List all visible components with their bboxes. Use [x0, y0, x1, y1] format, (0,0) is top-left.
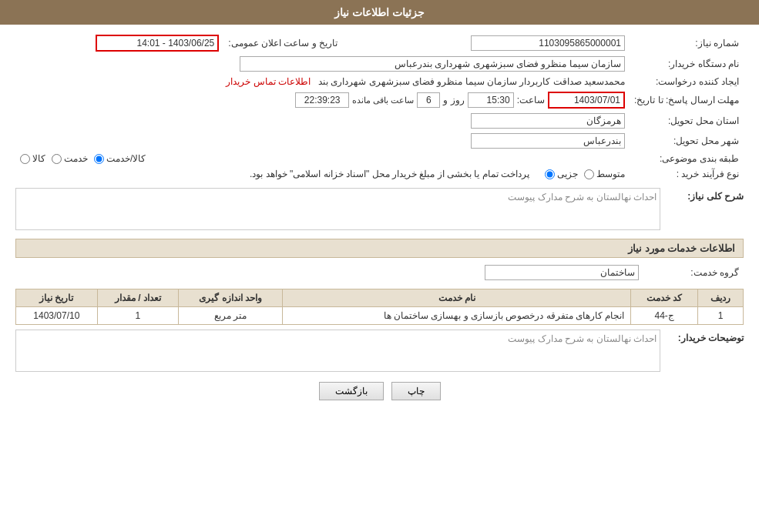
main-info-table: شماره نیاز: 1103095865000001 تاریخ و ساع… [15, 32, 744, 182]
category-radio-group: کالا/خدمت خدمت کالا [20, 153, 625, 164]
category-value: کالا/خدمت خدمت کالا [15, 151, 630, 166]
radio-kala-label: کالا [32, 153, 45, 164]
reply-time-label-text: ساعت: [517, 95, 545, 105]
reply-deadline-value: 1403/07/01 ساعت: 15:30 روز و 6 ساعت باقی… [15, 89, 630, 111]
page-title: جزئیات اطلاعات نیاز [334, 6, 425, 18]
contact-link[interactable]: اطلاعات تماس خریدار [226, 76, 311, 87]
purchase-type-label: نوع فرآیند خرید : [630, 166, 744, 182]
need-description-textarea[interactable] [15, 188, 660, 230]
radio-kala-khedmat-label: کالا/خدمت [106, 153, 146, 164]
delivery-city-label: شهر محل تحویل: [630, 131, 744, 151]
radio-item-mutawasit[interactable]: متوسط [584, 169, 625, 179]
cell-code: ج-44 [631, 307, 698, 325]
category-label: طبقه بندی موضوعی: [630, 151, 744, 166]
radio-item-kala-khedmat[interactable]: کالا/خدمت [94, 153, 146, 164]
radio-item-kala[interactable]: کالا [20, 153, 45, 164]
radio-kala-khedmat[interactable] [94, 154, 104, 164]
service-group-input: ساختمان [485, 265, 639, 280]
content-area: شماره نیاز: 1103095865000001 تاریخ و ساع… [0, 25, 759, 416]
service-group-table: گروه خدمت: ساختمان [15, 263, 744, 283]
button-row: چاپ بازگشت [15, 382, 744, 400]
buyer-notes-label: توضیحات خریدار: [667, 330, 744, 343]
services-section-title: اطلاعات خدمات مورد نیاز [15, 239, 744, 258]
row-reply-deadline: مهلت ارسال پاسخ: تا تاریخ: 1403/07/01 سا… [15, 89, 744, 111]
creator-label: ایجاد کننده درخواست: [630, 74, 744, 89]
col-quantity: تعداد / مقدار [97, 289, 179, 307]
row-need-number: شماره نیاز: 1103095865000001 تاریخ و ساع… [15, 32, 744, 54]
reply-days-input: 6 [417, 92, 440, 108]
page-wrapper: جزئیات اطلاعات نیاز شماره نیاز: 11030958… [0, 0, 759, 532]
buyer-org-value: سازمان سیما منظرو فضای سبزشهری شهرداری ب… [15, 54, 630, 74]
purchase-type-radio-group: متوسط جزیی [545, 169, 625, 179]
radio-khedmat-label: خدمت [64, 153, 88, 164]
reply-deadline-label: مهلت ارسال پاسخ: تا تاریخ: [630, 89, 744, 111]
radio-mutawasit-label: متوسط [596, 169, 625, 179]
row-purchase-type: نوع فرآیند خرید : متوسط جزیی [15, 166, 744, 182]
reply-time-input: 15:30 [468, 92, 514, 108]
reply-date-input: 1403/07/01 [548, 92, 625, 109]
radio-item-khedmat[interactable]: خدمت [52, 153, 88, 164]
creator-text: محمدسعید صداقت کاربردار سازمان سیما منظر… [318, 76, 625, 87]
purchase-note-text: پرداخت تمام یا بخشی از مبلغ خریدار محل "… [20, 169, 529, 179]
need-number-value: 1103095865000001 [373, 32, 630, 54]
services-table-body: 1 ج-44 انجام کارهای متفرقه درخصوص بازساز… [16, 307, 744, 325]
radio-kala[interactable] [20, 154, 30, 164]
buyer-org-label: نام دستگاه خریدار: [630, 54, 744, 74]
buyer-notes-textarea[interactable] [15, 330, 660, 372]
col-need-date: تاریخ نیاز [16, 289, 98, 307]
purchase-type-value: متوسط جزیی پرداخت تمام یا بخشی از مبلغ خ… [15, 166, 630, 182]
purchase-type-row: متوسط جزیی پرداخت تمام یا بخشی از مبلغ خ… [20, 169, 625, 179]
row-service-group: گروه خدمت: ساختمان [15, 263, 744, 283]
cell-unit: متر مربع [179, 307, 283, 325]
reply-remaining-time-input: 22:39:23 [295, 92, 349, 108]
table-row: 1 ج-44 انجام کارهای متفرقه درخصوص بازساز… [16, 307, 744, 325]
reply-day-label-text: روز و [443, 95, 464, 105]
radio-jozi[interactable] [545, 169, 555, 179]
delivery-province-value: هرمزگان [15, 111, 630, 131]
radio-jozi-label: جزیی [557, 169, 578, 179]
service-group-label: گروه خدمت: [643, 263, 744, 283]
col-service-name: نام خدمت [283, 289, 631, 307]
delivery-province-input: هرمزگان [471, 113, 625, 129]
buyer-notes-section: توضیحات خریدار: document.querySelector('… [15, 330, 744, 374]
need-number-input: 1103095865000001 [471, 35, 625, 51]
row-delivery-city: شهر محل تحویل: بندرعباس [15, 131, 744, 151]
announcement-date-value: 1403/06/25 - 14:01 [15, 32, 223, 54]
buyer-org-input: سازمان سیما منظرو فضای سبزشهری شهرداری ب… [240, 56, 625, 72]
cell-row-num: 1 [698, 307, 744, 325]
row-buyer-org: نام دستگاه خریدار: سازمان سیما منظرو فضا… [15, 54, 744, 74]
announcement-date-label: تاریخ و ساعت اعلان عمومی: [223, 32, 342, 54]
delivery-city-value: بندرعباس [15, 131, 630, 151]
services-table: ردیف کد خدمت نام خدمت واحد اندازه گیری ت… [15, 289, 744, 325]
creator-value: محمدسعید صداقت کاربردار سازمان سیما منظر… [15, 74, 630, 89]
page-header: جزئیات اطلاعات نیاز [0, 0, 759, 25]
delivery-city-input: بندرعباس [471, 133, 625, 149]
reply-remaining-label-text: ساعت باقی مانده [352, 95, 414, 105]
print-button[interactable]: چاپ [391, 382, 441, 400]
need-description-label: شرح کلی نیاز: [667, 188, 744, 202]
row-category: طبقه بندی موضوعی: کالا/خدمت خدمت کالا [15, 151, 744, 166]
need-description-section: شرح کلی نیاز: document.querySelector('[d… [15, 188, 744, 233]
radio-item-jozi[interactable]: جزیی [545, 169, 578, 179]
services-header-row: ردیف کد خدمت نام خدمت واحد اندازه گیری ت… [16, 289, 744, 307]
need-number-label: شماره نیاز: [630, 32, 744, 54]
service-group-value: ساختمان [15, 263, 643, 283]
cell-quantity: 1 [97, 307, 179, 325]
delivery-province-label: استان محل تحویل: [630, 111, 744, 131]
col-service-code: کد خدمت [631, 289, 698, 307]
cell-date: 1403/07/10 [16, 307, 98, 325]
radio-khedmat[interactable] [52, 154, 62, 164]
col-row-num: ردیف [698, 289, 744, 307]
reply-time-row: 1403/07/01 ساعت: 15:30 روز و 6 ساعت باقی… [20, 92, 625, 109]
announcement-date-input: 1403/06/25 - 14:01 [96, 35, 219, 52]
radio-mutawasit[interactable] [584, 169, 594, 179]
services-table-header: ردیف کد خدمت نام خدمت واحد اندازه گیری ت… [16, 289, 744, 307]
back-button[interactable]: بازگشت [319, 382, 384, 400]
col-unit: واحد اندازه گیری [179, 289, 283, 307]
row-creator: ایجاد کننده درخواست: محمدسعید صداقت کارب… [15, 74, 744, 89]
cell-name: انجام کارهای متفرقه درخصوص بازسازی و بهس… [283, 307, 631, 325]
row-delivery-province: استان محل تحویل: هرمزگان [15, 111, 744, 131]
